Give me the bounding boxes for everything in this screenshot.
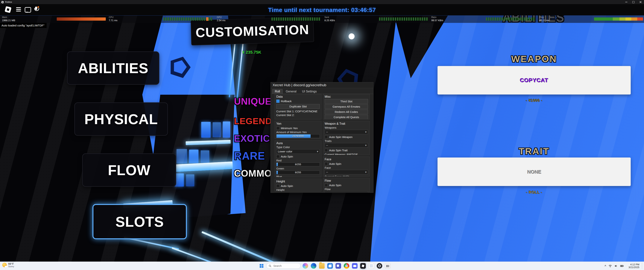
aura-auto-spin-checkbox[interactable]: Auto Spin [276,154,320,159]
maximize-button[interactable] [630,0,637,4]
active-app-indicator [362,268,365,269]
minimum-yen-checkbox[interactable]: Minimum Yen [276,126,320,130]
auto-spin-trait-checkbox[interactable]: Auto Spin Trait [324,148,368,152]
checkbox-icon[interactable] [276,155,280,158]
checkbox-icon[interactable] [324,162,328,165]
stat-gpu: GPU 2.54 ms [217,15,324,23]
face-dropdown[interactable]: -- ▾ [324,170,368,174]
show-desktop-strip[interactable] [642,263,643,269]
aura-section-header: Aura [276,142,320,145]
third-slot-button[interactable]: Third Slot [324,99,368,104]
type-color-dropdown[interactable]: Lower color ▾ [276,149,320,154]
cpu-sparkline [164,18,212,21]
gpu-sparkline [272,18,320,21]
stat-value: 7.71 ms [109,19,118,22]
checkbox-icon[interactable] [276,100,280,103]
taskbar-icon-explorer[interactable] [318,262,325,269]
taskbar-weather-widget[interactable]: 66°F Sunny [2,262,14,267]
yen-amount-slider[interactable]: 2379/3000 [276,134,320,138]
taskbar-icon-store[interactable] [326,262,334,269]
stat-value: 99.57 KB/s [431,19,443,22]
type-color-dropdown-value: Lower color [278,150,292,154]
trait-roll-button[interactable]: - ROLL - [438,190,631,194]
red-slider[interactable]: 8/255 [276,163,320,166]
minimize-button[interactable] [623,0,630,4]
face-auto-spin-checkbox[interactable]: Auto Spin [324,162,368,166]
height-section-header: Height [276,180,320,183]
checkbox-icon[interactable] [324,149,328,152]
stat-value: 45.21 ms [539,19,549,22]
start-button[interactable] [258,262,265,269]
height-auto-spin-checkbox[interactable]: Auto Spin [276,184,320,188]
checkbox-icon[interactable] [276,184,280,188]
search-input[interactable] [273,264,296,267]
green-slider[interactable]: 8/255 [276,171,320,174]
chat-icon[interactable] [25,7,31,13]
wifi-icon[interactable] [608,264,612,268]
close-button[interactable] [637,0,644,4]
tab-roll[interactable]: Roll [272,89,283,94]
stat-value: 2.54 ms [217,19,226,22]
xecret-hub-titlebar[interactable]: Xecret Hub | discord.gg/xecrethub [271,82,373,88]
taskbar-search-box[interactable] [266,263,301,269]
xecret-right-column: Misc Third Slot Gamepass All Emotes Rede… [323,94,370,192]
flow-auto-spin-checkbox[interactable]: Auto Spin [324,183,368,187]
slots-button[interactable]: SLOTS [92,204,187,239]
xecret-hub-window[interactable]: Xecret Hub | discord.gg/xecrethub Roll G… [270,82,374,193]
volume-icon[interactable] [614,264,618,268]
stat-ping: Ping 45.21 ms [539,15,644,23]
flow-dropdown[interactable]: -- ▾ [324,191,368,192]
tab-ui-settings[interactable]: UI Settings [300,89,319,94]
gamepass-all-emotes-button[interactable]: Gamepass All Emotes [324,104,368,109]
taskbar-icon-discord[interactable] [351,262,358,269]
microphone-icon[interactable] [34,7,38,13]
tab-general[interactable]: General [284,89,299,94]
taskbar-icon-roblox[interactable] [360,262,366,269]
abilities-button[interactable]: ABILITIES [67,51,159,85]
rarity-rare: RARE [234,150,265,162]
stat-value: 8.25 KB/s [324,19,335,22]
green-slider-value: 8/255 [276,171,320,174]
battery-icon[interactable] [620,264,624,268]
window-title: Roblox [5,1,12,3]
aura-section: Aura Type Color Lower color ▾ Auto Spin … [275,141,322,177]
rollback-checkbox[interactable]: Rollback [276,99,320,103]
weapons-dropdown[interactable]: -- ▾ [324,130,368,134]
type-color-label: Type Color [276,146,320,149]
taskbar-icon-notepad[interactable] [368,262,375,269]
windows-logo-icon [260,264,264,268]
physical-button-label: PHYSICAL [84,111,158,127]
flow-dropdown-value: -- [326,191,328,192]
weapon-value: COPYCAT [520,77,548,83]
redeem-all-codes-button[interactable]: Redeem All Codes [324,109,368,114]
flow-button[interactable]: FLOW [82,153,176,187]
checkbox-icon[interactable] [324,135,328,139]
taskbar-icon-copilot[interactable] [302,262,309,269]
stat-value: 1968.21 MB [2,19,15,22]
duplicate-slot-button[interactable]: Duplicate Slot [276,104,320,109]
checkbox-icon[interactable] [276,126,280,130]
trait-section-header: TRAIT [438,146,631,156]
auto-spin-trait-label: Auto Spin Trait [329,149,348,152]
complete-all-quests-button[interactable]: Complete All Quests [324,115,368,119]
face-section-header: Face [324,158,368,161]
tray-overflow-chevron[interactable]: ^ [604,264,606,267]
yen-amount-slider-value: 2379/3000 [276,134,320,138]
roblox-logo-icon[interactable] [5,6,12,13]
misc-section: Misc Third Slot Gamepass All Emotes Rede… [323,94,370,119]
taskbar-icon-chrome[interactable] [343,262,350,269]
flow-button-label: FLOW [108,162,150,178]
taskbar-icon-edge[interactable] [310,262,317,269]
checkbox-icon[interactable] [324,184,328,187]
taskbar-icon-audio[interactable] [384,262,391,269]
traits-dropdown[interactable]: -- ▾ [324,143,368,148]
taskbar-icon-obs[interactable] [376,262,383,269]
chevron-down-icon: ▾ [317,150,318,154]
physical-button[interactable]: PHYSICAL [74,102,168,136]
taskbar-clock[interactable]: 4:12 PM 3/21/2025 [626,263,639,269]
taskbar-icon-teams[interactable] [335,262,342,269]
menu-hamburger-icon[interactable] [16,7,21,12]
screen: ABILITIES WEAPON COPYCAT - ¥1000 - TRAIT… [0,0,644,270]
auto-spin-weapon-checkbox[interactable]: Auto Spin Weapon [324,135,368,139]
weapons-dropdown-value: -- [326,130,328,134]
